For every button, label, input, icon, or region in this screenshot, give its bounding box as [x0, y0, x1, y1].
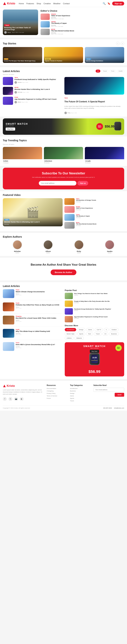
footer-link-docs[interactable]: Documentation [47, 388, 67, 389]
nav-home[interactable]: Home [19, 2, 24, 4]
author-card-4[interactable]: Sandra Author [95, 240, 124, 254]
facebook-icon[interactable]: f [3, 397, 7, 401]
twitter-icon[interactable]: 𝕏 [9, 397, 12, 401]
trending-card-3[interactable]: Arcade 36 Articles [85, 147, 124, 164]
hero-main-article[interactable]: Travel Restoring The Lost Water Tanks Of… [3, 10, 38, 35]
footer-cat-business[interactable]: Business [70, 390, 90, 392]
article-item-3[interactable]: Food App Sensation Paparazzi is Cooling … [3, 97, 63, 105]
latest2-article-5[interactable]: Travel Does HBO's QAnon Documentary Reve… [3, 342, 62, 353]
nav-creative[interactable]: Creative [44, 2, 51, 4]
popular-item-2[interactable]: People & Rally Want a 90s Party Decade a… [65, 300, 124, 307]
author-card-1[interactable]: Nicholas Author [3, 240, 32, 254]
prev-arrow[interactable]: ‹ [116, 42, 119, 45]
nav-shop[interactable]: Shop [37, 2, 41, 4]
become-author-button[interactable]: Become An Author [51, 270, 77, 275]
discover-tag-11[interactable]: Business [109, 332, 119, 336]
fv-item-4[interactable]: Movie The New Mortal Kombat Movie Nichol… [64, 222, 124, 229]
ec-info-2: Travel The Beauty of Japan Nicholas May … [51, 21, 124, 27]
latest2-article-2[interactable]: Health Pollution Has Killed Five Times a… [3, 302, 62, 314]
bookmark-icon[interactable]: 🔖 [107, 2, 110, 5]
article-featured-cat: Tech [64, 98, 68, 99]
discover-tag-3[interactable]: Cat TV [95, 328, 103, 331]
discover-tag-13[interactable]: Wakame [74, 336, 84, 340]
newsletter-email-input[interactable] [39, 181, 76, 186]
latest-articles-title: Latest Articles [3, 70, 20, 72]
story-card-1[interactable]: Food Instant Pot Recipes That Make Weekn… [3, 47, 42, 63]
discover-tag-4[interactable]: V [104, 328, 109, 331]
footer-cat-design[interactable]: Design [70, 393, 90, 394]
discover-tag-8[interactable]: Tech [86, 332, 93, 336]
discover-tag-12[interactable]: Lifetime [65, 336, 74, 340]
ec-item-1[interactable]: Design Value of User Experience Nicholas… [41, 14, 124, 20]
popular-item-4[interactable]: App Sensation Paparazzi Is Cooling Off b… [65, 316, 124, 322]
fv-item-2[interactable]: Design Value of User Experience Nicholas [64, 206, 124, 213]
popular-item-3[interactable]: Facebook Group Dedicated to 'Oddly Speci… [65, 308, 124, 314]
latest2-articletitle-2: Pollution Has Killed Five Times as Many … [16, 304, 62, 306]
articles-grid: Tech Facebook Group Dedicated to 'Oddly … [3, 77, 124, 114]
story-card-2[interactable]: Fashion Hipster Trends In Fashion [44, 47, 83, 63]
story-card-3[interactable]: Design Interior Design Exhibition [85, 47, 124, 63]
author-role-4: Author [95, 252, 124, 254]
nav-contact[interactable]: Contact [63, 2, 70, 4]
footer-link-privacy[interactable]: Privacy Policy [47, 393, 67, 394]
nav-weather[interactable]: Weather [53, 2, 61, 4]
popular-item-1[interactable]: Five Things You Need to Know to Start Yo… [65, 293, 124, 299]
trending-card-1[interactable]: Action 72 Articles [3, 147, 42, 164]
discover-tag-10[interactable]: CS [102, 332, 108, 336]
fv-main-video[interactable]: 🎬 Video Monster Hunter Rise is Infuriati… [3, 198, 63, 226]
footer-link-forum[interactable]: Forum [47, 398, 67, 399]
latest2-article-1[interactable]: Travel Watch Climate Change Documentarie… [3, 289, 62, 300]
ec-item-2[interactable]: Travel The Beauty of Japan Nicholas May … [41, 21, 124, 28]
tab-travel[interactable]: Travel [101, 70, 108, 72]
newsletter-signup-button[interactable]: Sign up [77, 181, 88, 186]
author-avatar-2 [43, 240, 53, 250]
next-arrow[interactable]: › [121, 42, 124, 45]
fv-info-4: Movie The New Mortal Kombat Movie Nichol… [76, 222, 124, 226]
search-icon[interactable]: 🔍 [103, 2, 106, 5]
ec-item-3[interactable]: Movie The New Mortal Kombat Movie Nichol… [41, 29, 124, 35]
nav-features[interactable]: Features [27, 2, 34, 4]
instagram-icon[interactable]: 📷 [14, 397, 18, 401]
tab-health[interactable]: Health [117, 70, 124, 72]
article-item-1[interactable]: Tech Facebook Group Dedicated to 'Oddly … [3, 77, 63, 85]
footer-email-input[interactable] [93, 388, 124, 392]
tab-all[interactable]: All [96, 70, 100, 72]
footer-link-terms[interactable]: Terms of Service [47, 395, 67, 397]
footer-cat-sports[interactable]: Sports [70, 398, 90, 399]
signup-button[interactable]: Sign up [112, 2, 124, 6]
navbar-logo[interactable]: Kristo [3, 2, 15, 5]
article-featured[interactable]: Tech The Future Of Content: A Special Re… [64, 77, 124, 114]
latest2-article-3[interactable]: Shopping Buy Merch for a Good Cause With… [3, 316, 62, 327]
ad-buy-button[interactable]: Buy Now [6, 128, 15, 130]
discover-tag-5[interactable]: Outdoor [109, 328, 118, 331]
fv-thumb-3 [64, 214, 75, 221]
discover-tag-6[interactable]: Barber Style [65, 332, 76, 336]
fv-item-1[interactable]: Video Introduction of Design Trends Nich… [64, 198, 124, 205]
discover-tag-2[interactable]: Game [86, 328, 94, 331]
trending-card-2[interactable]: Adventure 48 Articles [44, 147, 83, 164]
footer-logo[interactable]: Kristo [3, 384, 44, 388]
footer-cat-architecture[interactable]: Architecture [70, 388, 90, 389]
latest2-thumb-2 [3, 302, 14, 311]
latest2-cat-2: Health [16, 302, 62, 304]
footer-cat-travel[interactable]: Travel [70, 400, 90, 402]
latest2-article-4[interactable]: Health Why This Whale Poop Is Called Flo… [3, 329, 62, 340]
discover-tag-7[interactable]: Sports [77, 332, 85, 336]
discover-tag-0[interactable]: Architecture [65, 328, 76, 331]
footer-link-changelog[interactable]: Changelog [47, 390, 67, 392]
author-card-2[interactable]: Allison Author [34, 240, 63, 254]
article-item-2[interactable]: Movie Monster Hunter Rise is Infuriating… [3, 87, 63, 95]
newsletter-form: Sign up [39, 181, 88, 186]
discover-tag-1[interactable]: Design [77, 328, 85, 331]
youtube-icon[interactable]: ▶ [20, 397, 24, 401]
footer-cat-game[interactable]: Game [70, 395, 90, 397]
ad2-buy-button[interactable]: Buy Now [90, 350, 99, 353]
fv-item-3[interactable]: Travel The Beauty of Japan Nicholas [64, 214, 124, 221]
footer-resources-title: Resources [47, 384, 67, 386]
footer-subscribe-button[interactable]: Send [115, 393, 124, 397]
article-title-3: App Sensation Paparazzi is Cooling Off b… [15, 98, 63, 100]
tab-food[interactable]: Food [109, 70, 116, 72]
author-card-3[interactable]: Ricky Author [64, 240, 93, 254]
newsletter-subtitle: Get notification about our latest update… [6, 176, 121, 178]
discover-tag-9[interactable]: Travel [94, 332, 102, 336]
